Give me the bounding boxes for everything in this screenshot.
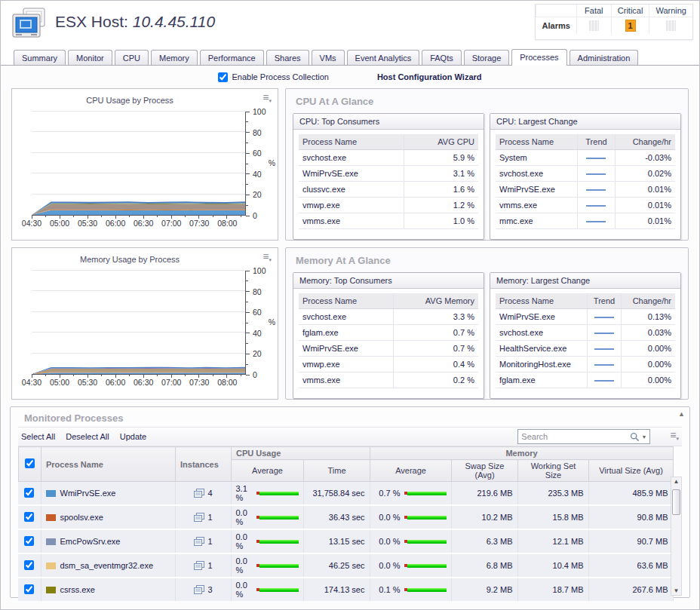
- process-table-row[interactable]: spoolsv.exe 1 0.0 %: [18, 505, 673, 529]
- chart-menu-icon[interactable]: ≡▾: [262, 253, 272, 264]
- change-per-hr-value: 0.02%: [616, 166, 675, 182]
- trend-sparkline: [586, 189, 606, 191]
- cpu-largest-change-row[interactable]: WmiPrvSE.exe 0.01%: [496, 182, 675, 198]
- col-change-hr: Change/hr: [622, 293, 675, 309]
- process-name: vmms.exe: [299, 372, 394, 388]
- process-name: WmiPrvSE.exe: [496, 309, 587, 325]
- cpu-top-consumer-row[interactable]: clussvc.exe 1.6 %: [299, 182, 478, 198]
- search-options-dropdown-icon[interactable]: ▼: [641, 434, 646, 440]
- process-table-row[interactable]: csrss.exe 3 0.0 %: [18, 578, 673, 601]
- monitored-processes-title: Monitored Processes: [24, 412, 682, 424]
- process-name: HealthService.exe: [496, 341, 587, 357]
- row-checkbox[interactable]: [24, 536, 34, 546]
- cpu-time-value: 13.15 sec: [303, 529, 370, 553]
- change-per-hr-value: 0.01%: [616, 182, 675, 198]
- avg-cpu-value: 3.1 %: [404, 166, 478, 182]
- processes-tab-content: Enable Process Collection Host Configura…: [1, 65, 699, 608]
- page-title: ESX Host: 10.4.45.110: [55, 13, 215, 31]
- cpu-average-value: 0.0 %: [236, 581, 253, 599]
- memory-largest-change-row[interactable]: WmiPrvSE.exe 0.13%: [496, 309, 675, 325]
- tab[interactable]: VMs: [312, 50, 345, 65]
- cpu-top-consumer-row[interactable]: vmwp.exe 1.2 %: [299, 198, 478, 213]
- table-vertical-scrollbar[interactable]: ▲ ▼: [671, 477, 682, 596]
- tab[interactable]: Administration: [570, 50, 639, 65]
- process-table-row[interactable]: WmiPrvSE.exe 4 3.1 %: [18, 482, 673, 505]
- tab[interactable]: Memory: [151, 50, 198, 65]
- cpu-largest-change-row[interactable]: svchost.exe 0.02%: [496, 166, 675, 182]
- change-per-hr-value: 0.00%: [622, 372, 675, 388]
- process-name: fglam.exe: [496, 372, 587, 388]
- memory-top-consumers-title: Memory: Top Consumers: [293, 273, 484, 289]
- process-table-row[interactable]: EmcPowSrv.exe 1 0.0 %: [18, 529, 673, 553]
- search-input[interactable]: [521, 432, 630, 441]
- deselect-all-link[interactable]: Deselect All: [66, 432, 109, 441]
- memory-at-a-glance-panel: Memory At A Glance Memory: Top Consumers…: [285, 247, 689, 400]
- memory-top-consumer-row[interactable]: vmwp.exe 0.4 %: [299, 357, 478, 372]
- tab[interactable]: Storage: [464, 50, 510, 65]
- cpu-top-consumer-row[interactable]: vmms.exe 1.0 %: [299, 213, 478, 229]
- panel-scroll-up-icon[interactable]: ▲: [678, 410, 685, 418]
- cpu-average-value: 0.0 %: [236, 532, 253, 550]
- scroll-up-arrow-icon[interactable]: ▲: [671, 478, 681, 485]
- cpu-largest-change-row[interactable]: System -0.03%: [496, 150, 675, 166]
- chart-menu-icon[interactable]: ≡▾: [262, 93, 272, 105]
- row-checkbox[interactable]: [24, 512, 34, 522]
- col-instances: Instances: [176, 447, 232, 482]
- critical-alarm-count-badge[interactable]: 1: [625, 20, 636, 32]
- fatal-alarm-empty-badge: [589, 20, 599, 31]
- tab[interactable]: FAQts: [422, 50, 462, 65]
- search-icon[interactable]: [630, 432, 640, 442]
- alarms-col-warning: Warning: [649, 5, 692, 17]
- cpu-average-value: 0.0 %: [236, 508, 253, 526]
- memory-largest-change-box: Memory: Largest Change Process Name Tren…: [490, 272, 681, 399]
- scrollbar-thumb[interactable]: [672, 489, 680, 515]
- tab[interactable]: Shares: [266, 50, 309, 65]
- memory-usage-chart-panel: Memory Usage by Process ≡▾ 020406080100 …: [11, 247, 278, 400]
- memory-top-consumer-row[interactable]: svchost.exe 3.3 %: [299, 309, 478, 325]
- cpu-top-consumers-title: CPU: Top Consumers: [293, 114, 484, 130]
- cpu-largest-change-row[interactable]: vmms.exe 0.01%: [496, 198, 675, 213]
- cpu-top-consumer-row[interactable]: WmiPrvSE.exe 3.1 %: [299, 166, 478, 182]
- tab[interactable]: Processes: [511, 49, 566, 66]
- avg-memory-value: 0.7 %: [394, 325, 479, 341]
- instances-count: 3: [207, 585, 212, 594]
- memory-largest-change-row[interactable]: HealthService.exe 0.00%: [496, 341, 675, 357]
- memory-top-consumer-row[interactable]: vmms.exe 0.2 %: [299, 372, 478, 388]
- tab[interactable]: Monitor: [68, 50, 112, 65]
- memory-top-consumer-row[interactable]: WmiPrvSE.exe 0.7 %: [299, 341, 478, 357]
- memory-largest-change-row[interactable]: MonitoringHost.exe 0.00%: [496, 357, 675, 372]
- process-name: EmcPowSrv.exe: [60, 537, 121, 546]
- memory-largest-change-row[interactable]: svchost.exe 0.03%: [496, 325, 675, 341]
- working-set-size-value: 15.8 MB: [517, 505, 588, 529]
- tab[interactable]: Performance: [200, 50, 264, 65]
- process-name: svchost.exe: [299, 150, 404, 166]
- select-all-checkbox[interactable]: [25, 458, 35, 468]
- tab[interactable]: Summary: [14, 50, 66, 65]
- process-table-row[interactable]: dsm_sa_eventmgr32.exe 1 0.0 %: [18, 553, 673, 578]
- tab[interactable]: Event Analytics: [347, 50, 420, 65]
- cpu-largest-change-row[interactable]: mmc.exe 0.01%: [496, 213, 675, 229]
- cpu-top-consumer-row[interactable]: svchost.exe 5.9 %: [299, 150, 478, 166]
- avg-memory-value: 3.3 %: [394, 309, 479, 325]
- row-checkbox[interactable]: [24, 584, 34, 594]
- memory-largest-change-row[interactable]: fglam.exe 0.00%: [496, 372, 675, 388]
- virtual-size-value: 90.8 MB: [588, 505, 673, 529]
- table-menu-icon[interactable]: ≡▾: [670, 431, 679, 443]
- enable-process-collection-checkbox[interactable]: [218, 72, 228, 82]
- row-checkbox[interactable]: [24, 560, 34, 570]
- instances-count: 1: [207, 561, 212, 570]
- tab[interactable]: CPU: [115, 50, 149, 65]
- memory-largest-change-title: Memory: Largest Change: [490, 273, 680, 289]
- update-link[interactable]: Update: [120, 432, 146, 441]
- alarms-col-fatal: Fatal: [576, 5, 611, 17]
- memory-glance-title: Memory At A Glance: [296, 255, 681, 266]
- scroll-down-arrow-icon[interactable]: ▼: [671, 587, 681, 594]
- row-checkbox[interactable]: [24, 488, 34, 498]
- col-working-set-size: Working Set Size: [518, 460, 589, 482]
- working-set-size-value: 235.3 MB: [517, 482, 588, 505]
- select-all-link[interactable]: Select All: [21, 432, 55, 441]
- memory-top-consumer-row[interactable]: fglam.exe 0.7 %: [299, 325, 478, 341]
- cpu-chart-title: CPU Usage by Process: [12, 96, 247, 105]
- host-configuration-wizard-link[interactable]: Host Configuration Wizard: [377, 72, 482, 81]
- process-name: vmwp.exe: [299, 357, 394, 372]
